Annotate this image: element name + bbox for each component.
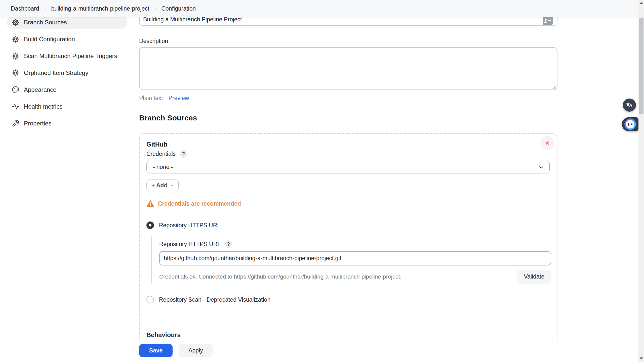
translate-extension-button[interactable] — [623, 99, 636, 112]
caret-down-icon — [170, 184, 174, 187]
credentials-validation-message: Credentials ok. Connected to https://git… — [159, 274, 401, 280]
close-icon — [544, 139, 551, 147]
radio-unselected-icon — [146, 296, 154, 303]
radio-label: Repository Scan - Deprecated Visualizati… — [159, 296, 270, 303]
radio-selected-icon — [146, 221, 154, 229]
credentials-select[interactable]: - none - — [146, 161, 550, 173]
configuration-form: Description Plain text Preview Branch So… — [139, 0, 557, 362]
description-label: Description — [139, 38, 557, 45]
radio-label: Repository HTTPS URL — [159, 222, 220, 229]
add-credentials-button[interactable]: + Add — [146, 179, 179, 191]
sidebar-item-appearance[interactable]: Appearance — [7, 83, 127, 97]
form-action-bar: Save Apply — [0, 336, 638, 362]
sidebar-item-label: Branch Sources — [24, 19, 67, 26]
remove-source-button[interactable] — [540, 136, 554, 150]
save-button[interactable]: Save — [139, 344, 173, 357]
resize-grip[interactable] — [552, 85, 556, 89]
sidebar-item-properties[interactable]: Properties — [7, 117, 127, 130]
gear-icon — [12, 69, 19, 77]
vertical-scrollbar[interactable] — [638, 0, 644, 362]
repository-url-input[interactable] — [159, 251, 551, 265]
gear-icon — [12, 19, 19, 26]
scrollbar-up-arrow-icon[interactable] — [639, 2, 643, 4]
sidebar-item-label: Health metrics — [24, 103, 62, 110]
description-textarea[interactable] — [139, 47, 557, 90]
sidebar-item-label: Properties — [24, 120, 51, 127]
help-icon[interactable]: ? — [225, 240, 232, 248]
chevron-right-icon — [43, 6, 48, 11]
credentials-warning-text: Credentials are recommended — [158, 200, 241, 207]
translate-icon — [626, 101, 633, 109]
breadcrumb-configuration: Configuration — [161, 5, 196, 12]
sidebar-item-label: Scan Multibranch Pipeline Triggers — [24, 53, 117, 60]
apply-button[interactable]: Apply — [179, 344, 213, 357]
repository-https-url-radio[interactable]: Repository HTTPS URL — [146, 221, 550, 229]
branch-sources-heading: Branch Sources — [139, 114, 557, 122]
credentials-selected-value: - none - — [153, 164, 173, 170]
breadcrumb-dashboard-link[interactable]: Dashboard — [11, 5, 39, 12]
https-url-settings-block: Repository HTTPS URL ? Credentials ok. C… — [151, 236, 550, 284]
markup-mode-label: Plain text — [139, 95, 163, 102]
sidebar-item-label: Orphaned Item Strategy — [24, 69, 88, 76]
validate-button[interactable]: Validate — [517, 270, 551, 284]
sidebar-item-label: Build Configuration — [24, 36, 75, 43]
palette-icon — [12, 86, 19, 94]
breadcrumb-project-link[interactable]: building-a-multibranch-pipeline-project — [51, 5, 149, 12]
repository-scan-radio[interactable]: Repository Scan - Deprecated Visualizati… — [146, 296, 550, 303]
gear-icon — [12, 35, 19, 43]
chevron-right-icon — [153, 6, 158, 11]
preview-link[interactable]: Preview — [169, 95, 189, 102]
gear-icon — [12, 52, 19, 60]
add-button-label: + Add — [151, 182, 168, 189]
url-field-label: Repository HTTPS URL — [159, 241, 221, 248]
scrollbar-thumb[interactable] — [639, 18, 643, 114]
sidebar-item-branch-sources[interactable]: Branch Sources — [7, 16, 127, 29]
wrench-icon — [12, 120, 19, 127]
contact-card-icon[interactable] — [543, 17, 553, 25]
ai-assistant-icon — [624, 118, 636, 130]
github-branch-source-card: GitHub Credentials ? - none - + Add — [139, 133, 557, 362]
github-source-title: GitHub — [146, 141, 550, 148]
sidebar-item-label: Appearance — [24, 86, 56, 93]
activity-icon — [12, 103, 19, 110]
credentials-label: Credentials — [146, 151, 176, 157]
sidebar-item-orphaned-item-strategy[interactable]: Orphaned Item Strategy — [7, 66, 127, 80]
jenkins-configuration-page: Dashboard building-a-multibranch-pipelin… — [0, 0, 644, 362]
chevron-down-icon — [538, 164, 545, 170]
sidebar-item-health-metrics[interactable]: Health metrics — [7, 100, 127, 113]
help-icon[interactable]: ? — [180, 150, 187, 158]
sidebar-item-build-configuration[interactable]: Build Configuration — [7, 32, 127, 46]
breadcrumb: Dashboard building-a-multibranch-pipelin… — [0, 0, 638, 17]
ai-assistant-button[interactable] — [622, 117, 638, 131]
config-section-nav: Branch Sources Build Configuration Scan … — [7, 16, 127, 130]
sidebar-item-scan-triggers[interactable]: Scan Multibranch Pipeline Triggers — [7, 49, 127, 63]
scrollbar-down-arrow-icon[interactable] — [639, 357, 643, 359]
warning-icon — [146, 200, 154, 207]
